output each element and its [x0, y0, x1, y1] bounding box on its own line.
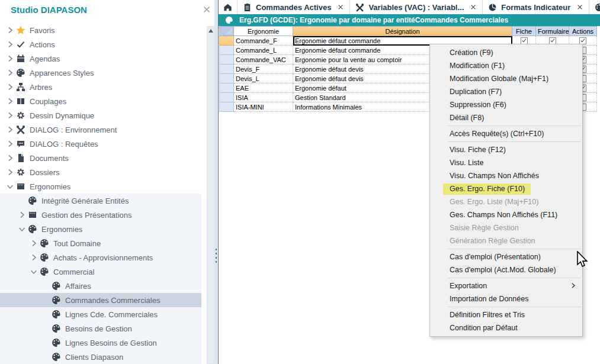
menu-item-visu-liste[interactable]: Visu. Liste — [430, 156, 582, 169]
ergonomie-cell[interactable]: ISIA-MINI — [234, 102, 293, 112]
tab-integrite[interactable]: Intégrité — [589, 0, 600, 14]
tab-variables-vac-variabl[interactable]: Variables (VAC) : Variabl... — [350, 0, 483, 14]
chevron-down-icon[interactable] — [28, 267, 39, 276]
tab-commandes-actives[interactable]: Commandes Actives — [238, 0, 350, 14]
sidebar-item-achats-approvisionnements[interactable]: Achats - Approvisionnements — [0, 250, 201, 265]
tab-formats-indicateur[interactable]: Formats Indicateur — [483, 0, 589, 14]
menu-item-acces-requete-s-ctrl-f10[interactable]: Accès Requête(s) (Ctrl+F10) — [430, 127, 582, 140]
sidebar-item-favoris[interactable]: Favoris — [0, 23, 201, 37]
ergonomie-cell[interactable]: Devis_L — [234, 74, 293, 83]
column-header-designation[interactable]: Désignation — [293, 27, 512, 36]
column-header-actions[interactable]: Actions — [569, 27, 597, 36]
chevron-down-icon[interactable] — [17, 224, 27, 234]
ergonomie-cell[interactable]: Commande_L — [234, 46, 293, 55]
menu-item-cas-d-emploi-act-mod-globale[interactable]: Cas d'emploi (Act.Mod. Globale) — [430, 263, 582, 276]
sidebar-item-apparences-styles[interactable]: Apparences Styles — [0, 66, 201, 80]
chevron-right-icon[interactable] — [5, 82, 15, 92]
chevron-right-icon[interactable] — [5, 111, 15, 120]
table-corner-cell[interactable] — [220, 27, 234, 36]
scroll-up-icon[interactable] — [208, 29, 213, 33]
menu-item-ges-champs-non-affiches-f11[interactable]: Ges. Champs Non Affichés (F11) — [430, 208, 582, 221]
sidebar-item-clients-diapason[interactable]: Clients Diapason — [0, 350, 201, 364]
sidebar-item-dialog-requetes[interactable]: DIALOG : Requêtes — [0, 137, 201, 151]
chat-icon — [15, 139, 26, 149]
ergonomie-cell[interactable]: Commande_VAC — [234, 55, 293, 65]
sidebar-item-ergonomies[interactable]: Ergonomies — [0, 179, 201, 194]
menu-item-modification-globale-maj-f1[interactable]: Modification Globale (Maj+F1) — [430, 72, 582, 85]
row-selector-cell[interactable] — [220, 55, 234, 65]
menu-item-definition-filtres-et-tris[interactable]: Définition Filtres et Tris — [430, 308, 582, 321]
menu-item-detail-f8[interactable]: Détail (F8) — [430, 111, 582, 124]
sidebar-item-commercial[interactable]: Commercial — [0, 265, 201, 279]
sidebar-item-commandes-commerciales[interactable]: Commandes Commerciales — [0, 293, 201, 307]
menu-item-ges-ergo-fiche-f10[interactable]: Ges. Ergo. Fiche (F10) — [430, 182, 582, 195]
sidebar-item-tout-domaine[interactable]: Tout Domaine — [0, 236, 201, 250]
column-header-formulaire[interactable]: Formulaire — [536, 27, 569, 36]
chevron-right-icon[interactable] — [5, 25, 15, 35]
ergonomie-cell[interactable]: ISIA — [234, 93, 293, 102]
column-header-fiche[interactable]: Fiche — [512, 27, 536, 36]
row-selector-cell[interactable] — [220, 102, 234, 112]
row-selector-cell[interactable] — [220, 93, 234, 102]
chevron-right-icon[interactable] — [17, 210, 27, 220]
sidebar-item-dossiers[interactable]: Dossiers — [0, 165, 201, 179]
chevron-right-icon[interactable] — [5, 40, 15, 49]
sidebar-item-agendas[interactable]: Agendas — [0, 51, 201, 66]
tab-close-icon[interactable] — [337, 4, 344, 11]
menu-item-modification-f1[interactable]: Modification (F1) — [430, 59, 582, 72]
sidebar-item-dessin-dynamique[interactable]: Dessin Dynamique — [0, 108, 201, 123]
sidebar-item-lignes-cde-commerciales[interactable]: Lignes Cde. Commerciales — [0, 307, 201, 321]
tab-home[interactable] — [219, 0, 238, 14]
row-selector-cell[interactable] — [220, 74, 234, 83]
chevron-right-icon[interactable] — [5, 54, 15, 63]
row-selector-cell[interactable] — [220, 83, 234, 93]
tab-close-icon[interactable] — [470, 4, 477, 11]
sidebar-item-lignes-besoins-de-gestion[interactable]: Lignes Besoins de Gestion — [0, 336, 201, 350]
sidebar-item-dialog-environnement[interactable]: DIALOG : Environnement — [0, 123, 201, 137]
menu-item-suppression-f6[interactable]: Suppression (F6) — [430, 98, 582, 111]
row-selector-cell[interactable] — [220, 36, 234, 46]
ergonomie-cell[interactable]: Commande_F — [234, 36, 293, 46]
menu-item-condition-par-defaut[interactable]: Condition par Défaut — [430, 321, 582, 334]
tree-item-label: Lignes Cde. Commerciales — [65, 310, 158, 319]
row-selector-cell[interactable] — [220, 46, 234, 55]
chevron-right-icon[interactable] — [28, 253, 39, 262]
chevron-right-icon[interactable] — [28, 239, 39, 248]
tree-item-label: Couplages — [30, 96, 66, 106]
sidebar-item-couplages[interactable]: Couplages — [0, 94, 201, 108]
chevron-down-icon[interactable] — [5, 182, 15, 191]
row-selector-cell[interactable] — [220, 65, 234, 74]
sidebar-item-besoins-de-gestion[interactable]: Besoins de Gestion — [0, 321, 201, 336]
sidebar-item-ergonomies[interactable]: Ergonomies — [0, 222, 201, 236]
chevron-right-icon[interactable] — [5, 125, 15, 134]
menu-item-exportation[interactable]: Exportation — [430, 279, 582, 292]
menu-item-visu-fiche-f12[interactable]: Visu. Fiche (F12) — [430, 143, 582, 156]
sidebar-item-affaires[interactable]: Affaires — [0, 279, 201, 293]
sidebar-item-arbres[interactable]: Arbres — [0, 80, 201, 94]
ergonomie-cell[interactable]: EAE — [234, 83, 293, 93]
chevron-right-icon[interactable] — [5, 96, 15, 106]
sidebar-item-gestion-des-presentations[interactable]: Gestion des Présentations — [0, 208, 201, 222]
menu-item-creation-f9[interactable]: Création (F9) — [430, 46, 582, 59]
menu-item-cas-d-emploi-presentation[interactable]: Cas d'emploi (Présentation) — [430, 250, 582, 263]
chevron-spacer — [40, 338, 51, 347]
menu-item-importation-de-donnees[interactable]: Importation de Données — [430, 292, 582, 305]
panel-title: Erg.GFD (GCDE): Ergonomie par domaine pa… — [239, 16, 508, 24]
menu-item-visu-champs-non-affiches[interactable]: Visu. Champs Non Affichés — [430, 169, 582, 182]
chevron-right-icon[interactable] — [5, 68, 15, 78]
chevron-right-icon[interactable] — [5, 167, 15, 177]
column-header-ergonomie[interactable]: Ergonomie — [234, 27, 293, 36]
menu-separator — [448, 307, 581, 307]
chevron-right-icon[interactable] — [5, 139, 15, 149]
tab-close-icon[interactable] — [576, 4, 583, 11]
sidebar-item-actions[interactable]: Actions — [0, 37, 201, 51]
sidebar-item-integrite-generale-entites[interactable]: Intégrité Générale Entités — [0, 194, 201, 208]
sidebar-close-icon[interactable] — [202, 5, 211, 14]
chevron-right-icon[interactable] — [5, 153, 15, 163]
ergonomie-cell[interactable]: Devis_F — [234, 65, 293, 74]
sidebar-scrollbar[interactable] — [207, 26, 214, 364]
sidebar-item-documents[interactable]: Documents — [0, 151, 201, 165]
home-icon — [223, 3, 232, 12]
menu-item-duplication-f7[interactable]: Duplication (F7) — [430, 85, 582, 98]
menu-item-label: Suppression (F6) — [450, 101, 506, 109]
